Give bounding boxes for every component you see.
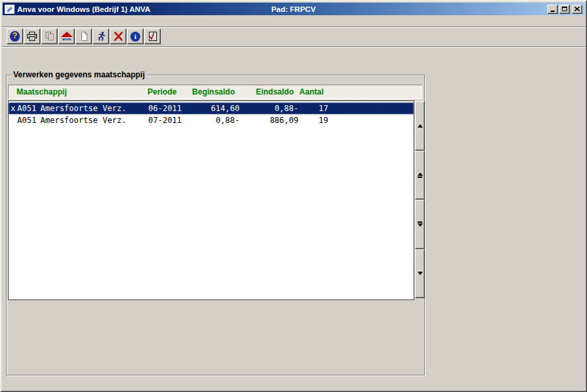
close-button[interactable]: [572, 5, 582, 14]
row-aantal: 17: [298, 103, 328, 114]
help-button[interactable]: ?: [7, 28, 23, 44]
row-name: Amersfoortse Verz.: [40, 115, 148, 126]
print-button[interactable]: [24, 28, 40, 44]
row-marker: x: [9, 103, 17, 114]
column-header-maatschappij: Maatschappij: [17, 87, 148, 97]
column-header-aantal: Aantal: [298, 87, 328, 97]
column-header-beginsaldo: Beginsaldo: [190, 87, 239, 97]
printer-icon: [26, 31, 38, 42]
window-controls: [547, 5, 582, 14]
anva-home-icon: anva: [61, 32, 73, 41]
title-bar[interactable]: Anva voor Windows (Bedrijf 1) ANVA Pad: …: [3, 3, 584, 15]
scroll-page-down-button[interactable]: [415, 200, 425, 249]
new-document-button[interactable]: [75, 28, 92, 44]
page-bar-icon: [418, 221, 422, 223]
minimize-icon: [551, 11, 555, 12]
list-row-selected[interactable]: x A051 Amersfoortse Verz. 06-2011 614,60…: [9, 102, 414, 114]
delete-button[interactable]: [110, 28, 126, 44]
arrow-page-up-icon: [418, 173, 423, 176]
toolbar-bottom-highlight: [1, 47, 586, 48]
toolbar: ? anva: [7, 28, 161, 44]
path-label: Pad: FRPCV: [271, 5, 316, 13]
anva-app-icon: [5, 5, 15, 14]
app-window: Anva voor Windows (Bedrijf 1) ANVA Pad: …: [0, 0, 587, 392]
copy-button[interactable]: [41, 28, 58, 44]
scroll-line-up-button[interactable]: [415, 101, 425, 151]
maatschappij-list[interactable]: x A051 Amersfoortse Verz. 06-2011 614,60…: [8, 100, 414, 300]
row-aantal: 19: [298, 115, 328, 126]
anva-home-label: anva: [62, 37, 71, 41]
toolbar-top-highlight: [1, 27, 586, 28]
copy-icon: [44, 31, 55, 42]
journal-button[interactable]: [144, 28, 161, 44]
row-periode: 07-2011: [148, 115, 191, 126]
red-x-icon: [113, 31, 124, 42]
maximize-icon: [562, 7, 567, 11]
column-header-eindsaldo: Eindsaldo: [239, 87, 298, 97]
row-eindsaldo: 0,88-: [240, 103, 298, 114]
list-row[interactable]: A051 Amersfoortse Verz. 07-2011 0,88- 88…: [9, 114, 414, 126]
arrow-down-icon: [418, 272, 423, 275]
row-code: A051: [17, 103, 40, 114]
row-eindsaldo: 886,09: [240, 115, 298, 126]
info-icon: i: [130, 32, 140, 42]
page-bar-icon: [418, 176, 422, 178]
anva-home-button[interactable]: anva: [58, 28, 75, 44]
row-periode: 06-2011: [148, 103, 191, 114]
close-icon: [574, 7, 580, 11]
row-name: Amersfoortse Verz.: [40, 103, 148, 114]
row-marker: [9, 115, 17, 126]
scroll-line-down-button[interactable]: [415, 249, 425, 299]
row-code: A051: [17, 115, 40, 126]
table-header-row: Maatschappij Periode Beginsaldo Eindsald…: [8, 85, 422, 99]
help-icon: ?: [10, 31, 20, 42]
arrow-page-down-icon: [418, 223, 423, 227]
maximize-button[interactable]: [559, 5, 570, 14]
anva-roof-shape: [61, 32, 73, 37]
new-document-icon: [79, 31, 89, 42]
row-beginsaldo: 614,60: [191, 103, 240, 114]
arrow-up-icon: [418, 124, 423, 128]
groupbox-verwerken: Verwerken gegevens maatschappij Maatscha…: [6, 75, 425, 375]
running-person-icon: [96, 31, 107, 42]
journal-check-icon: [148, 31, 158, 42]
groupbox-title: Verwerken gegevens maatschappij: [11, 70, 148, 79]
scroll-page-up-button[interactable]: [415, 151, 425, 200]
column-header-periode: Periode: [148, 87, 190, 97]
run-button[interactable]: [93, 28, 109, 44]
info-button[interactable]: i: [127, 28, 144, 44]
minimize-button[interactable]: [547, 5, 558, 14]
window-title: Anva voor Windows (Bedrijf 1) ANVA: [17, 5, 150, 13]
row-beginsaldo: 0,88-: [191, 115, 240, 126]
scroll-button-column: [415, 101, 425, 298]
